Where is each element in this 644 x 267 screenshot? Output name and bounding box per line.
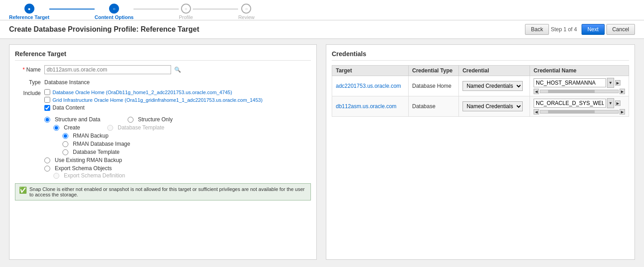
step-circle-1: ● bbox=[24, 4, 34, 14]
step-label-2: Content Options bbox=[95, 14, 134, 20]
step-label-3: Profile bbox=[179, 14, 193, 20]
scroll-track-1 bbox=[540, 90, 619, 93]
export-schema-radio[interactable] bbox=[44, 166, 50, 172]
target-link-2[interactable]: db112asm.us.oracle.com bbox=[336, 103, 396, 110]
db-template-disabled-label: Database Template bbox=[118, 124, 164, 131]
checkbox-row-3: Data Content bbox=[44, 105, 311, 111]
cred-name-dropdown-btn-1[interactable]: ▼ bbox=[607, 78, 614, 88]
create-group: Create Database Template RMAN Backup bbox=[53, 124, 311, 155]
cred-name-dropdown-btn-2[interactable]: ▼ bbox=[607, 98, 614, 108]
rman-db-image-radio[interactable] bbox=[62, 141, 68, 147]
structure-data-radio[interactable] bbox=[44, 117, 50, 123]
grid-infra-home-checkbox[interactable] bbox=[44, 97, 50, 103]
credential-cell-2: Named Credentials bbox=[458, 96, 530, 117]
page-header: Create Database Provisioning Profile: Re… bbox=[0, 20, 644, 39]
scroll-right-btn-2b[interactable]: ▶ bbox=[620, 109, 625, 114]
wizard-step-review[interactable]: ○ Review bbox=[238, 4, 254, 20]
rman-db-image-label: RMAN Database Image bbox=[73, 141, 130, 147]
cred-name-cell-1: ▼ ▶ ◀ ▶ bbox=[530, 76, 629, 96]
cred-name-input-2[interactable] bbox=[534, 99, 606, 108]
data-content-label: Data Content bbox=[52, 105, 85, 111]
wizard-step-reference-target[interactable]: ● Reference Target bbox=[9, 4, 49, 20]
cred-select-1[interactable]: Named Credentials bbox=[463, 81, 523, 91]
back-button[interactable]: Back bbox=[525, 24, 549, 35]
radio-rman-db-image: RMAN Database Image bbox=[62, 141, 311, 147]
connector-3-4 bbox=[193, 9, 238, 10]
name-row: * Name 🔍 bbox=[15, 65, 311, 74]
cred-select-wrapper-1: Named Credentials bbox=[463, 81, 526, 91]
scroll-right-btn-1[interactable]: ▶ bbox=[615, 80, 620, 86]
structure-data-label: Structure and Data bbox=[55, 116, 100, 123]
cred-select-2[interactable]: Named Credentials bbox=[463, 101, 523, 111]
create-label: Create bbox=[64, 124, 80, 131]
data-content-checkbox[interactable] bbox=[44, 105, 50, 111]
right-panel: Credentials Target Credential Type Crede… bbox=[326, 44, 635, 260]
structure-only-label: Structure Only bbox=[138, 116, 173, 123]
rman-group: RMAN Backup RMAN Database Image Database… bbox=[62, 133, 311, 155]
export-schema-def-label: Export Schema Definition bbox=[64, 172, 125, 179]
grid-infra-home-label: Grid Infrastructure Oracle Home (Ora11g_… bbox=[52, 97, 262, 103]
step-circle-2: ○ bbox=[109, 4, 119, 14]
next-button[interactable]: Next bbox=[582, 24, 605, 35]
scroll-right-btn-1b[interactable]: ▶ bbox=[620, 89, 625, 94]
name-field: 🔍 bbox=[44, 65, 311, 74]
connector-2-3 bbox=[134, 9, 179, 10]
use-existing-label: Use Existing RMAN Backup bbox=[55, 157, 122, 163]
type-value: Database Instance bbox=[44, 78, 90, 86]
search-icon[interactable]: 🔍 bbox=[174, 67, 181, 73]
db-oracle-home-checkbox[interactable] bbox=[44, 89, 50, 95]
type-label: Type bbox=[15, 78, 44, 86]
name-label: * Name bbox=[15, 65, 44, 73]
rman-backup-label: RMAN Backup bbox=[73, 133, 109, 139]
name-input[interactable] bbox=[44, 65, 171, 74]
right-section-title: Credentials bbox=[332, 50, 629, 61]
scroll-left-btn-1[interactable]: ◀ bbox=[534, 89, 539, 94]
cred-name-input-1[interactable] bbox=[534, 78, 606, 87]
main-content: Reference Target * Name 🔍 Type Database … bbox=[0, 39, 644, 265]
scroll-track-2 bbox=[540, 110, 619, 114]
left-panel: Reference Target * Name 🔍 Type Database … bbox=[9, 44, 317, 260]
scroll-left-btn-2[interactable]: ◀ bbox=[534, 109, 539, 114]
checkbox-row-1: Database Oracle Home (OraDb11g_home1_2_a… bbox=[44, 89, 311, 95]
include-label: Include bbox=[15, 89, 44, 96]
radio-create: Create bbox=[53, 124, 80, 131]
cred-name-wrapper-2: ▼ ▶ ◀ ▶ bbox=[534, 98, 625, 114]
export-schema-def-group: Export Schema Definition bbox=[53, 172, 311, 179]
scroll-right-btn-2[interactable]: ▶ bbox=[615, 100, 620, 106]
cred-scroll-bar-1: ◀ ▶ bbox=[534, 89, 625, 94]
export-schema-label: Export Schema Objects bbox=[55, 165, 112, 172]
credential-cell-1: Named Credentials bbox=[458, 76, 530, 96]
data-content-section: Structure and Data Structure Only Create bbox=[44, 116, 311, 179]
db-template-label: Database Template bbox=[73, 149, 119, 155]
create-radio[interactable] bbox=[53, 125, 59, 131]
notice-icon: ✅ bbox=[19, 186, 27, 194]
wizard-bar: ● Reference Target ○ Content Options ○ P… bbox=[0, 0, 644, 20]
page-title: Create Database Provisioning Profile: Re… bbox=[9, 25, 199, 33]
db-template-radio[interactable] bbox=[62, 149, 68, 155]
credentials-table: Target Credential Type Credential Creden… bbox=[332, 65, 629, 117]
col-target: Target bbox=[332, 66, 409, 76]
radio-export-schema: Export Schema Objects bbox=[44, 165, 311, 172]
wizard-steps: ● Reference Target ○ Content Options ○ P… bbox=[9, 4, 254, 20]
cancel-button[interactable]: Cancel bbox=[606, 24, 635, 35]
structure-radio-group: Structure and Data Structure Only bbox=[44, 116, 311, 123]
notice-bar: ✅ Snap Clone is either not enabled or sn… bbox=[15, 183, 311, 200]
target-link-1[interactable]: adc2201753.us.oracle.com bbox=[336, 83, 401, 89]
target-cell-1: adc2201753.us.oracle.com bbox=[332, 76, 409, 96]
table-row: db112asm.us.oracle.com Database Named Cr… bbox=[332, 96, 629, 117]
wizard-step-content-options[interactable]: ○ Content Options bbox=[95, 4, 134, 20]
scroll-thumb-2 bbox=[548, 110, 595, 113]
cred-type-cell-1: Database Home bbox=[408, 76, 458, 96]
radio-structure-only: Structure Only bbox=[128, 116, 173, 123]
col-cred-name: Credential Name bbox=[530, 66, 629, 76]
wizard-step-profile[interactable]: ○ Profile bbox=[179, 4, 193, 20]
use-existing-radio[interactable] bbox=[44, 157, 50, 163]
checkbox-row-2: Grid Infrastructure Oracle Home (Ora11g_… bbox=[44, 97, 311, 103]
rman-backup-radio[interactable] bbox=[62, 133, 68, 139]
radio-db-template-disabled: Database Template bbox=[107, 124, 164, 131]
table-header-row: Target Credential Type Credential Creden… bbox=[332, 66, 629, 76]
structure-only-radio[interactable] bbox=[128, 117, 134, 123]
include-section: Include Database Oracle Home (OraDb11g_h… bbox=[15, 89, 311, 113]
include-options: Database Oracle Home (OraDb11g_home1_2_a… bbox=[44, 89, 311, 113]
col-cred-type: Credential Type bbox=[408, 66, 458, 76]
